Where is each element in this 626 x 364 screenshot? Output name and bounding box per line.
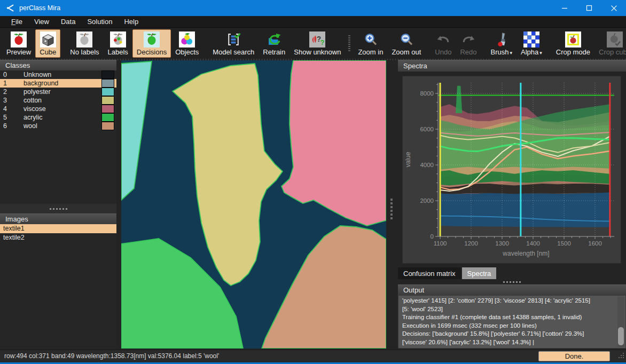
class-color-swatch[interactable] bbox=[101, 96, 114, 105]
image-row-textile2[interactable]: textile2 bbox=[0, 233, 116, 242]
resize-grip-icon[interactable] bbox=[618, 351, 624, 361]
window-title: perClass Mira bbox=[19, 4, 60, 12]
toolbar-button-decisions[interactable]: Decisions bbox=[132, 29, 171, 58]
svg-text:1600: 1600 bbox=[588, 240, 602, 247]
toolbar-button-zoom-out[interactable]: Zoom out bbox=[387, 29, 425, 58]
image-row-textile1[interactable]: textile1 bbox=[0, 224, 116, 233]
model-search-icon bbox=[225, 31, 241, 48]
alpha-icon bbox=[523, 31, 539, 48]
menu-item-data[interactable]: Data bbox=[55, 17, 81, 27]
toolbar-button-redo: Redo bbox=[456, 29, 481, 58]
toolbar-button-crop-cube: Crop cube bbox=[594, 29, 626, 58]
tab-spectra[interactable]: Spectra bbox=[462, 267, 497, 279]
class-row-background[interactable]: 1background bbox=[0, 79, 116, 88]
close-button[interactable] bbox=[601, 0, 626, 16]
svg-text:2000: 2000 bbox=[420, 197, 434, 204]
minimize-icon bbox=[561, 5, 568, 11]
close-icon bbox=[611, 5, 617, 12]
output-console[interactable]: 'polyester' 1415] [2: 'cotton' 2279] [3:… bbox=[398, 295, 626, 349]
image-view[interactable] bbox=[121, 60, 386, 349]
class-row-viscose[interactable]: 4viscose bbox=[0, 105, 116, 113]
menu-item-solution[interactable]: Solution bbox=[81, 17, 118, 27]
crop-cube-icon bbox=[607, 31, 623, 48]
svg-text:1300: 1300 bbox=[495, 240, 509, 247]
apple-red-icon bbox=[11, 31, 27, 48]
class-row-cotton[interactable]: 3cotton bbox=[0, 96, 116, 105]
toolbar-button-objects[interactable]: Objects bbox=[171, 29, 203, 58]
toolbar-button-alpha[interactable]: Alpha▾ bbox=[517, 29, 546, 58]
menu-item-help[interactable]: Help bbox=[118, 17, 144, 27]
classes-panel-header: Classes bbox=[0, 60, 116, 70]
app-logo-icon bbox=[5, 3, 15, 13]
toolbar-button-crop-mode[interactable]: Crop mode bbox=[552, 29, 594, 58]
class-row-wool[interactable]: 6wool bbox=[0, 122, 116, 130]
bottom-tabs: Confusion matrixSpectra bbox=[398, 267, 626, 279]
class-index: 2 bbox=[0, 88, 24, 96]
window-controls bbox=[552, 0, 626, 16]
class-color-swatch[interactable] bbox=[101, 105, 114, 113]
show-unknown-icon: ? ? bbox=[309, 31, 325, 48]
toolbar-button-no-labels[interactable]: No labels bbox=[66, 29, 103, 58]
brush-icon bbox=[494, 31, 510, 48]
toolbar-grip[interactable] bbox=[348, 35, 350, 51]
menu-item-file[interactable]: File bbox=[5, 17, 28, 27]
class-index: 1 bbox=[0, 79, 24, 88]
zoom-in-icon bbox=[363, 31, 379, 48]
toolbar-button-model-search[interactable]: Model search bbox=[208, 29, 259, 58]
class-color-swatch[interactable] bbox=[101, 122, 114, 130]
spectra-chart[interactable]: 1100120013001400150016000200040006000800… bbox=[402, 76, 621, 264]
images-panel-header: Images bbox=[0, 213, 116, 224]
output-panel-title: Output bbox=[403, 286, 424, 294]
output-line: 'polyester' 1415] [2: 'cotton' 2279] [3:… bbox=[402, 297, 615, 305]
dropdown-arrow-icon: ▾ bbox=[510, 50, 512, 56]
class-color-swatch[interactable] bbox=[101, 70, 114, 79]
toolbar-button-cube[interactable]: Cube bbox=[35, 29, 60, 58]
svg-text:1500: 1500 bbox=[557, 240, 571, 247]
output-line: [5: 'wool' 2523] bbox=[402, 305, 615, 314]
classes-images-splitter[interactable] bbox=[0, 204, 116, 213]
toolbar-button-undo: Undo bbox=[431, 29, 456, 58]
class-color-swatch[interactable] bbox=[101, 113, 114, 122]
tab-confusion-matrix[interactable]: Confusion matrix bbox=[398, 267, 461, 279]
output-scrollbar-thumb[interactable] bbox=[618, 327, 624, 345]
class-row-acrylic[interactable]: 5acrylic bbox=[0, 113, 116, 122]
toolbar-button-retrain[interactable]: Retrain bbox=[259, 29, 289, 58]
maximize-button[interactable] bbox=[577, 0, 601, 16]
spectra-panel-header: Spectra bbox=[398, 60, 626, 72]
right-panel: Spectra 11001200130014001500160002000400… bbox=[398, 60, 626, 349]
class-index: 0 bbox=[0, 70, 24, 79]
toolbar-button-zoom-in[interactable]: Zoom in bbox=[354, 29, 387, 58]
class-index: 4 bbox=[0, 105, 24, 113]
done-button[interactable]: Done. bbox=[538, 351, 610, 361]
pixel-info-status: row:494 col:371 band:49 wavelength:1358.… bbox=[4, 352, 219, 360]
toolbar-button-brush[interactable]: Brush▾ bbox=[486, 29, 517, 58]
tabs-output-splitter[interactable] bbox=[398, 279, 626, 284]
vertical-splitter-handle[interactable] bbox=[390, 199, 393, 219]
title-bar[interactable]: perClass Mira bbox=[0, 0, 626, 16]
images-list: textile1textile2 bbox=[0, 224, 116, 349]
toolbar-button-preview[interactable]: Preview bbox=[2, 29, 35, 58]
toolbar-button-show-unknown[interactable]: ? ?Show unknown bbox=[289, 29, 345, 58]
band-acrylic-spike bbox=[456, 86, 462, 113]
minimize-button[interactable] bbox=[552, 0, 577, 16]
class-row-polyester[interactable]: 2polyester bbox=[0, 88, 116, 96]
svg-text:?: ? bbox=[320, 39, 325, 46]
menu-item-view[interactable]: View bbox=[28, 17, 55, 27]
toolbar-button-labels[interactable]: Labels bbox=[104, 29, 132, 58]
svg-text:6000: 6000 bbox=[420, 126, 434, 132]
output-line: Execution in 1699 msec (332 msec per 100… bbox=[402, 322, 615, 330]
class-color-swatch[interactable] bbox=[101, 88, 114, 96]
app-window: perClass Mira FileViewDataSolutionHelp P… bbox=[0, 0, 626, 364]
zoom-out-icon bbox=[398, 31, 414, 48]
band-background-envelope bbox=[440, 193, 610, 227]
class-row-unknown[interactable]: 0Unknown bbox=[0, 70, 116, 79]
menu-bar: FileViewDataSolutionHelp bbox=[0, 16, 626, 28]
splitter-handle-dots bbox=[50, 205, 67, 212]
svg-text:0: 0 bbox=[431, 233, 434, 240]
status-bar: row:494 col:371 band:49 wavelength:1358.… bbox=[0, 350, 626, 362]
crop-mode-icon bbox=[565, 31, 581, 48]
redo-icon bbox=[460, 31, 476, 48]
class-color-swatch[interactable] bbox=[101, 79, 114, 88]
images-panel-title: Images bbox=[5, 215, 28, 223]
apple-gray-icon bbox=[76, 31, 92, 48]
